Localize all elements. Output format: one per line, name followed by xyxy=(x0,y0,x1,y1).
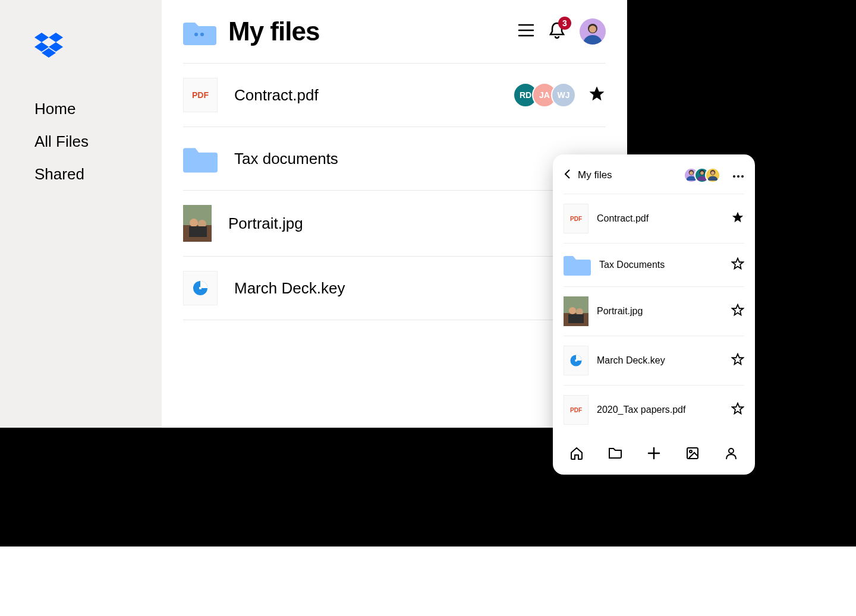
file-row-contract[interactable]: PDF Contract.pdf RD JA WJ xyxy=(183,63,606,127)
more-icon[interactable] xyxy=(732,170,744,181)
notification-badge: 3 xyxy=(558,17,571,30)
star-icon[interactable] xyxy=(588,85,606,105)
svg-marker-1 xyxy=(49,33,63,42)
shared-folder-icon xyxy=(183,18,216,45)
star-outline-icon[interactable] xyxy=(731,402,744,418)
account-icon[interactable] xyxy=(724,446,738,463)
home-icon[interactable] xyxy=(569,446,584,463)
svg-point-26 xyxy=(737,175,739,178)
file-row-tax-documents[interactable]: Tax documents xyxy=(183,127,606,190)
file-name: Tax documents xyxy=(234,150,338,168)
user-avatar[interactable] xyxy=(580,18,606,45)
mobile-file-row[interactable]: PDF 2020_Tax papers.pdf xyxy=(564,385,744,434)
mobile-header: My files xyxy=(564,168,744,183)
member-avatar: WJ xyxy=(551,83,576,108)
file-name: Contract.pdf xyxy=(597,213,649,224)
file-name: March Deck.key xyxy=(234,279,345,298)
sidebar: Home All Files Shared xyxy=(0,0,162,428)
file-name: 2020_Tax papers.pdf xyxy=(597,405,685,415)
member-avatar xyxy=(705,168,720,183)
pdf-file-icon: PDF xyxy=(564,204,588,233)
svg-marker-0 xyxy=(34,33,49,42)
folder-icon xyxy=(183,141,218,176)
svg-point-27 xyxy=(741,175,744,178)
star-outline-icon[interactable] xyxy=(731,257,744,273)
svg-point-24 xyxy=(711,171,715,175)
svg-point-30 xyxy=(569,307,576,314)
dropbox-logo-icon[interactable] xyxy=(34,33,162,60)
svg-rect-37 xyxy=(687,448,698,459)
svg-rect-32 xyxy=(568,314,584,323)
file-name: Tax Documents xyxy=(599,260,665,270)
sidebar-item-shared[interactable]: Shared xyxy=(34,158,162,191)
folder-icon xyxy=(564,253,591,277)
mobile-card: My files PDF Contract.pdf Tax Documents xyxy=(553,154,755,475)
background-filler xyxy=(0,428,627,546)
svg-point-25 xyxy=(733,175,735,178)
mobile-file-row[interactable]: March Deck.key xyxy=(564,336,744,385)
mobile-title: My files xyxy=(578,169,612,181)
mobile-file-row[interactable]: PDF Contract.pdf xyxy=(564,194,744,243)
svg-rect-34 xyxy=(575,359,577,361)
mobile-file-row[interactable]: Portrait.jpg xyxy=(564,286,744,336)
file-name: March Deck.key xyxy=(597,355,665,366)
file-row-portrait[interactable]: Portrait.jpg xyxy=(183,190,606,256)
menu-icon[interactable] xyxy=(518,23,534,40)
svg-rect-18 xyxy=(199,287,202,289)
desktop-window: Home All Files Shared My files xyxy=(0,0,627,428)
mobile-tabbar xyxy=(564,434,744,466)
svg-point-6 xyxy=(200,33,204,36)
svg-rect-16 xyxy=(189,226,207,237)
keynote-file-icon xyxy=(564,346,588,375)
sidebar-item-home[interactable]: Home xyxy=(34,93,162,125)
file-name: Contract.pdf xyxy=(234,86,319,105)
svg-point-20 xyxy=(690,171,693,175)
folder-icon[interactable] xyxy=(608,446,622,463)
svg-point-14 xyxy=(190,219,198,227)
shared-member-stack[interactable]: RD JA WJ xyxy=(513,83,576,108)
svg-point-22 xyxy=(700,171,704,175)
add-icon[interactable] xyxy=(647,446,661,463)
file-row-march-deck[interactable]: March Deck.key xyxy=(183,256,606,320)
file-list: PDF Contract.pdf RD JA WJ xyxy=(183,63,606,320)
star-icon[interactable] xyxy=(731,211,744,226)
mobile-avatar-stack[interactable] xyxy=(684,168,720,183)
mobile-file-row[interactable]: Tax Documents xyxy=(564,243,744,286)
back-icon[interactable] xyxy=(564,169,572,182)
star-outline-icon[interactable] xyxy=(731,304,744,319)
svg-point-5 xyxy=(194,33,198,36)
svg-point-38 xyxy=(690,450,692,453)
image-thumbnail xyxy=(564,296,588,326)
star-outline-icon[interactable] xyxy=(731,353,744,368)
main-header: My files 3 xyxy=(183,17,606,63)
file-name: Portrait.jpg xyxy=(228,214,303,233)
file-name: Portrait.jpg xyxy=(597,306,643,317)
sidebar-item-all-files[interactable]: All Files xyxy=(34,125,162,158)
keynote-file-icon xyxy=(183,271,218,305)
pdf-file-icon: PDF xyxy=(564,395,588,425)
notifications-icon[interactable]: 3 xyxy=(549,21,565,42)
page-title: My files xyxy=(228,17,319,46)
svg-point-39 xyxy=(729,448,734,453)
photos-icon[interactable] xyxy=(685,446,700,463)
svg-point-11 xyxy=(589,26,596,33)
image-thumbnail xyxy=(183,205,212,242)
pdf-file-icon: PDF xyxy=(183,78,218,112)
